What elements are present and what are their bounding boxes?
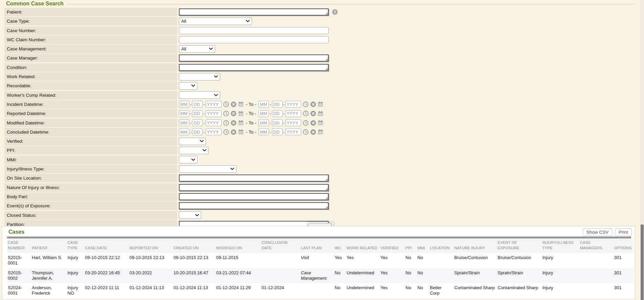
- cell-mmi: No: [417, 268, 430, 283]
- calendar-icon[interactable]: [318, 129, 323, 135]
- calendar-icon[interactable]: [318, 120, 323, 125]
- recordable-select[interactable]: [179, 82, 198, 90]
- calendar-icon[interactable]: [318, 111, 323, 116]
- concluded-datetime-to-dd-input[interactable]: [272, 129, 283, 135]
- clear-icon[interactable]: [310, 101, 316, 107]
- cell-options[interactable]: 301: [614, 253, 633, 268]
- clock-icon[interactable]: [223, 101, 229, 107]
- reported-datetime-to-dd-input[interactable]: [272, 110, 283, 117]
- incident-datetime-from-mm-input[interactable]: [179, 101, 189, 108]
- incident-datetime-to-dd-input[interactable]: [272, 101, 283, 108]
- ppi-label: PPI:: [4, 146, 177, 155]
- modified-datetime-to-mm-input[interactable]: [258, 119, 269, 126]
- calendar-icon[interactable]: [318, 101, 323, 107]
- case-number-input[interactable]: [179, 27, 329, 34]
- patient-input[interactable]: [179, 8, 329, 16]
- modified-datetime-from-yyyy-input[interactable]: [206, 119, 222, 126]
- case-manager-input[interactable]: [179, 54, 329, 62]
- work-related-select[interactable]: [179, 73, 220, 80]
- cell-options[interactable]: 301: [614, 268, 633, 283]
- injury-illness-type-select[interactable]: [179, 165, 236, 173]
- incident-datetime-from-dd-input[interactable]: [192, 101, 203, 108]
- print-button[interactable]: Print: [615, 228, 632, 236]
- column-header-location: LOCATION: [430, 238, 454, 253]
- date-separator: -: [190, 130, 191, 135]
- concluded-datetime-to-mm-input[interactable]: [258, 129, 269, 135]
- verified-select[interactable]: [179, 138, 206, 145]
- concluded-datetime-from-dd-input[interactable]: [192, 129, 203, 135]
- clear-icon[interactable]: [231, 101, 236, 107]
- wc-claim-number-input[interactable]: [179, 36, 329, 43]
- on-site-location-input[interactable]: [179, 175, 329, 182]
- calendar-icon[interactable]: [238, 101, 244, 107]
- concluded-datetime-to-yyyy-input[interactable]: [285, 129, 301, 135]
- modified-datetime-to-yyyy-input[interactable]: [285, 119, 301, 126]
- chevron-down-icon: [214, 75, 218, 78]
- cases-header: Cases Show CSV Print: [7, 226, 635, 237]
- vertical-scrollbar-thumb[interactable]: [641, 225, 644, 300]
- next-row-strip: [7, 298, 633, 300]
- case-type-select[interactable]: All: [179, 18, 252, 25]
- recordable-label: Recordable:: [4, 82, 177, 90]
- cell-last-plan: Visit: [301, 253, 335, 268]
- vertical-scrollbar[interactable]: [640, 0, 644, 300]
- clear-icon[interactable]: [231, 129, 236, 135]
- clock-icon[interactable]: [303, 120, 309, 126]
- events-of-exposure-input[interactable]: [179, 202, 329, 209]
- workers-comp-related-select[interactable]: [179, 91, 220, 99]
- calendar-icon[interactable]: [238, 111, 244, 116]
- modified-datetime-label: Modified Datetime:: [4, 119, 177, 127]
- clear-icon[interactable]: [231, 111, 236, 116]
- case-type-selected-value: All: [181, 19, 186, 24]
- body-part-input[interactable]: [179, 193, 329, 200]
- reported-datetime-from-mm-input[interactable]: [179, 110, 189, 117]
- concluded-datetime-from-yyyy-input[interactable]: [206, 129, 222, 135]
- cell-options[interactable]: 301: [614, 283, 633, 298]
- form-row-events-of-exposure: Event(s) of Exposure:: [4, 202, 638, 210]
- reported-datetime-to-mm-input[interactable]: [258, 110, 269, 117]
- clock-icon[interactable]: [303, 101, 309, 107]
- cell-mmi: No: [417, 253, 430, 268]
- reported-datetime-from-dd-input[interactable]: [192, 110, 203, 117]
- cell-ppi: No: [406, 253, 417, 268]
- reported-datetime-from-yyyy-input[interactable]: [206, 110, 222, 117]
- chevron-down-icon: [191, 85, 195, 87]
- concluded-datetime-from-mm-input[interactable]: [179, 129, 189, 135]
- cases-table: CASE NUMBERPATIENTCASE TYPECASE DATEREPO…: [7, 238, 633, 298]
- cell-case-number: S2015-0002: [7, 268, 32, 283]
- clear-icon[interactable]: [231, 120, 236, 126]
- cell-last-plan: Case Management: [301, 268, 335, 283]
- ppi-select[interactable]: [179, 147, 209, 154]
- calendar-icon[interactable]: [238, 120, 244, 125]
- cell-created-on: 09-10-2015 22:13: [173, 253, 216, 268]
- case-management-select[interactable]: All: [179, 45, 215, 53]
- show-csv-button[interactable]: Show CSV: [583, 228, 612, 236]
- condition-input[interactable]: [179, 64, 329, 71]
- clock-icon[interactable]: [303, 111, 309, 116]
- incident-datetime-to-mm-input[interactable]: [258, 101, 269, 108]
- help-icon[interactable]: ?: [332, 9, 338, 15]
- reported-datetime-to-yyyy-input[interactable]: [285, 110, 301, 117]
- modified-datetime-from-dd-input[interactable]: [192, 119, 203, 126]
- clock-icon[interactable]: [223, 129, 229, 135]
- clock-icon[interactable]: [223, 111, 229, 116]
- mmi-select[interactable]: [179, 156, 198, 163]
- date-separator: -: [283, 111, 285, 116]
- concluded-datetime-label: Concluded Datetime:: [4, 128, 177, 136]
- closed-status-select[interactable]: [179, 211, 201, 219]
- incident-datetime-from-yyyy-input[interactable]: [206, 101, 222, 108]
- modified-datetime-to-dd-input[interactable]: [272, 119, 283, 126]
- nature-of-injury-input[interactable]: [179, 184, 329, 191]
- clear-icon[interactable]: [310, 129, 316, 135]
- clear-icon[interactable]: [310, 120, 316, 126]
- incident-datetime-to-yyyy-input[interactable]: [285, 101, 301, 108]
- calendar-icon[interactable]: [238, 129, 244, 135]
- clear-icon[interactable]: [310, 111, 316, 116]
- common-case-search-form: Common Case Search Patient:?Case Type:Al…: [0, 0, 638, 229]
- clock-icon[interactable]: [223, 120, 229, 126]
- cell-case-type: Injury: [67, 253, 85, 268]
- case-type-field: All: [179, 17, 252, 25]
- clock-icon[interactable]: [303, 129, 309, 135]
- column-header-case-number: CASE NUMBER: [7, 238, 32, 253]
- modified-datetime-from-mm-input[interactable]: [179, 119, 189, 126]
